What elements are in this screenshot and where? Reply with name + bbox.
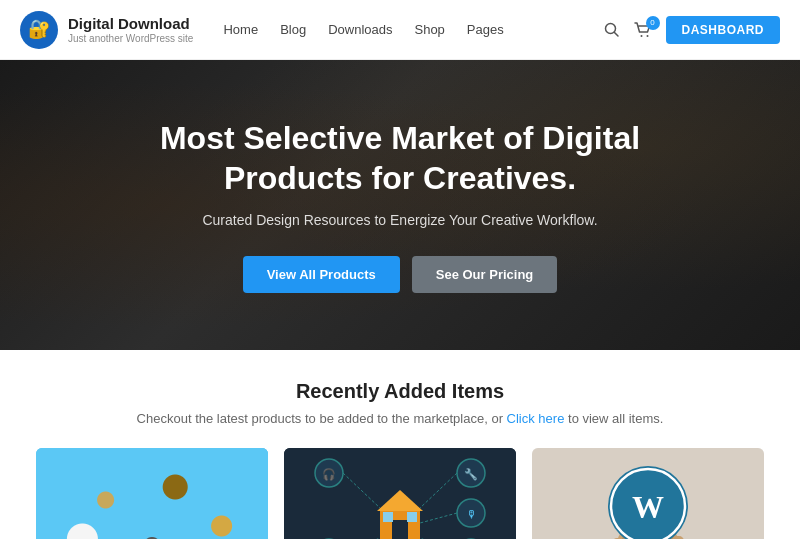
nav-downloads[interactable]: Downloads xyxy=(328,22,392,37)
svg-text:🔐: 🔐 xyxy=(28,18,51,40)
see-pricing-button[interactable]: See Our Pricing xyxy=(412,256,558,293)
svg-text:🎙: 🎙 xyxy=(466,508,477,520)
nav-home[interactable]: Home xyxy=(223,22,258,37)
product-image-2: ⊕ 🎧 🔧 🎙 ⚙ xyxy=(284,448,516,539)
product-card-1[interactable]: ✈ xyxy=(36,448,268,539)
svg-text:🎧: 🎧 xyxy=(322,467,336,481)
search-button[interactable] xyxy=(604,22,620,38)
svg-text:🔧: 🔧 xyxy=(464,467,478,481)
recently-added-subtitle: Checkout the latest products to be added… xyxy=(20,411,780,426)
cart-button[interactable]: 0 xyxy=(634,22,652,38)
hero-content: Most Selective Market of Digital Product… xyxy=(100,118,700,293)
svg-rect-8 xyxy=(108,505,149,515)
nav-links: Home Blog Downloads Shop Pages xyxy=(223,22,603,37)
svg-line-13 xyxy=(113,481,119,483)
hero-title: Most Selective Market of Digital Product… xyxy=(100,118,700,198)
smarthome-illustration: ⊕ 🎧 🔧 🎙 ⚙ xyxy=(284,448,516,539)
svg-text:W: W xyxy=(632,489,664,525)
svg-point-5 xyxy=(646,35,648,37)
nav-shop[interactable]: Shop xyxy=(414,22,444,37)
svg-rect-6 xyxy=(36,448,268,539)
hero-subtitle: Curated Design Resources to Energize You… xyxy=(100,212,700,228)
cart-badge: 0 xyxy=(646,16,660,30)
click-here-link[interactable]: Click here xyxy=(507,411,565,426)
svg-rect-16 xyxy=(196,518,224,539)
svg-rect-32 xyxy=(383,512,393,522)
logo-icon: 🔐 xyxy=(20,11,58,49)
subtitle-pre-text: Checkout the latest products to be added… xyxy=(137,411,507,426)
svg-point-4 xyxy=(640,35,642,37)
navbar: 🔐 Digital Download Just another WordPres… xyxy=(0,0,800,60)
hero-section: Most Selective Market of Digital Product… xyxy=(0,60,800,350)
svg-rect-19 xyxy=(66,523,96,539)
svg-point-18 xyxy=(144,521,168,539)
nav-pages[interactable]: Pages xyxy=(467,22,504,37)
hero-buttons: View All Products See Our Pricing xyxy=(100,256,700,293)
flatlay-illustration: ✈ xyxy=(36,448,268,539)
logo-title: Digital Download xyxy=(68,15,193,33)
svg-line-12 xyxy=(58,481,64,483)
recently-added-section: Recently Added Items Checkout the latest… xyxy=(0,350,800,539)
recently-added-title: Recently Added Items xyxy=(20,380,780,403)
product-grid: ✈ xyxy=(20,448,780,539)
svg-text:✈: ✈ xyxy=(186,532,199,539)
logo: 🔐 Digital Download Just another WordPres… xyxy=(20,11,193,49)
svg-rect-31 xyxy=(392,520,408,539)
wordpress-illustration: W xyxy=(532,448,764,539)
product-card-2[interactable]: ⊕ 🎧 🔧 🎙 ⚙ xyxy=(284,448,516,539)
dashboard-button[interactable]: DASHBOARD xyxy=(666,16,781,44)
svg-rect-7 xyxy=(106,503,151,533)
view-all-products-button[interactable]: View All Products xyxy=(243,256,400,293)
svg-rect-15 xyxy=(171,476,211,494)
nav-actions: 0 DASHBOARD xyxy=(604,16,781,44)
product-image-3: W xyxy=(532,448,764,539)
logo-subtitle: Just another WordPress site xyxy=(68,33,193,44)
search-icon xyxy=(604,22,620,38)
svg-point-10 xyxy=(89,471,113,495)
svg-rect-33 xyxy=(407,512,417,522)
subtitle-post-text: to view all items. xyxy=(568,411,663,426)
svg-point-9 xyxy=(64,471,88,495)
svg-rect-17 xyxy=(199,522,221,539)
svg-line-3 xyxy=(614,32,618,36)
product-image-1: ✈ xyxy=(36,448,268,539)
nav-blog[interactable]: Blog xyxy=(280,22,306,37)
product-card-3[interactable]: W xyxy=(532,448,764,539)
svg-point-14 xyxy=(156,475,226,511)
